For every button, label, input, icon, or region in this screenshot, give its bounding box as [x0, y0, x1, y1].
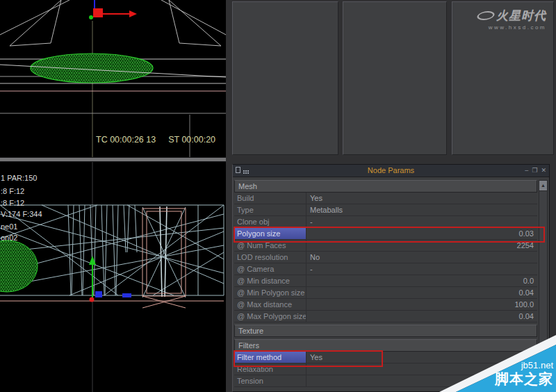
param-value[interactable]: 0.04	[306, 287, 537, 298]
param-row-tension[interactable]: Tension	[234, 375, 537, 387]
param-label[interactable]: @ Camera	[234, 263, 306, 275]
param-row-filter-method[interactable]: Filter methodYes	[234, 352, 537, 364]
param-value[interactable]: -	[306, 263, 537, 275]
minimize-icon[interactable]: –	[525, 165, 528, 177]
hxsd-logo-swoosh-icon	[475, 11, 497, 20]
param-row-type[interactable]: TypeMetaballs	[234, 204, 537, 216]
node-params-body: MeshBuildYesTypeMetaballsClone obj-Polyg…	[234, 180, 537, 390]
section-header-mesh[interactable]: Mesh	[234, 180, 537, 193]
viewport-bottom[interactable]: 1 PAR:150:8 F:12:8 F:12V:174 F:344ne01on…	[0, 162, 226, 392]
param-value[interactable]: -	[306, 216, 537, 227]
param-label[interactable]: @ Max Polygon size	[234, 311, 306, 322]
param-row-num-faces[interactable]: @ Num Faces2254	[234, 240, 537, 252]
viewport-top-wireframe	[0, 0, 226, 157]
pin-window-icon[interactable]	[236, 167, 240, 173]
param-value[interactable]: Yes	[306, 193, 537, 204]
section-header-filters[interactable]: Filters	[234, 339, 537, 352]
param-row-min-polygon-size[interactable]: @ Min Polygon size0.04	[234, 287, 537, 299]
viewport-bottom-wireframe	[0, 162, 226, 392]
param-label[interactable]: Clone obj	[234, 216, 306, 227]
param-label[interactable]: Polygon size	[234, 228, 306, 239]
param-value[interactable]	[306, 375, 537, 386]
viewport-stat-line: 1 PAR:150	[1, 174, 37, 182]
param-row-build[interactable]: BuildYes	[234, 193, 537, 204]
param-label[interactable]: @ Min Polygon size	[234, 287, 306, 298]
param-label[interactable]: @ Num Faces	[234, 240, 306, 251]
node-params-panel: Node Params – ❐ ✕ MeshBuildYesTypeMetaba…	[232, 164, 550, 392]
param-label[interactable]: Filter method	[234, 352, 306, 363]
param-label[interactable]: @ Max distance	[234, 299, 306, 310]
param-value[interactable]: 100.0	[306, 299, 537, 310]
hxsd-logo-url: www.hxsd.com	[477, 24, 546, 31]
right-panel-region: 火星时代 www.hxsd.com Node Params – ❐ ✕ Mesh…	[226, 0, 556, 392]
param-row-relaxation[interactable]: Relaxation	[234, 364, 537, 375]
param-row-camera[interactable]: @ Camera-	[234, 263, 537, 275]
scroll-up-arrow-icon[interactable]: ▲	[539, 181, 547, 191]
param-row-lod-resolution[interactable]: LOD resolutionNo	[234, 252, 537, 263]
param-label[interactable]: Build	[234, 193, 306, 204]
param-value[interactable]: 2254	[306, 240, 537, 251]
timecode-display: TC 00:00:26 13ST 00:00:20	[96, 135, 215, 145]
param-value[interactable]: Metaballs	[306, 204, 537, 215]
empty-panel-3: 火星时代 www.hxsd.com	[452, 1, 554, 155]
viewport-stat-line: :8 F:12	[1, 187, 24, 195]
param-value[interactable]: 0.0	[306, 275, 537, 286]
viewport-splitter-horizontal[interactable]	[0, 157, 226, 162]
hxsd-watermark: 火星时代 www.hxsd.com	[477, 8, 546, 31]
restore-icon[interactable]: ❐	[532, 165, 537, 177]
close-icon[interactable]: ✕	[541, 165, 546, 177]
viewport-stat-line: :8 F:12	[1, 199, 24, 207]
transform-gizmo	[89, 0, 137, 19]
param-value[interactable]: 0.04	[306, 311, 537, 322]
viewport-stat-line: on02	[1, 234, 17, 242]
hxsd-logo-text: 火星时代	[496, 8, 546, 24]
param-row-min-distance[interactable]: @ Min distance0.0	[234, 275, 537, 287]
param-row-clone-obj[interactable]: Clone obj-	[234, 216, 537, 228]
timecode-tc: TC 00:00:26 13	[96, 135, 156, 145]
scrollbar[interactable]: ▲	[539, 180, 548, 390]
viewport-stat-line: V:174 F:344	[1, 210, 42, 218]
node-params-titlebar[interactable]: Node Params – ❐ ✕	[233, 165, 549, 177]
param-value[interactable]: No	[306, 252, 537, 263]
param-label[interactable]: Tension	[234, 375, 306, 386]
param-label[interactable]: LOD resolution	[234, 252, 306, 263]
dock-grid-icon[interactable]	[243, 170, 245, 172]
param-value[interactable]: Yes	[306, 352, 537, 363]
param-label[interactable]: Type	[234, 204, 306, 215]
param-value[interactable]	[306, 364, 537, 375]
param-label[interactable]: Relaxation	[234, 364, 306, 375]
param-row-max-polygon-size[interactable]: @ Max Polygon size0.04	[234, 311, 537, 322]
panel-title: Node Params	[233, 165, 549, 177]
viewport-top[interactable]: TC 00:00:26 13ST 00:00:20	[0, 0, 226, 157]
timecode-st: ST 00:00:20	[168, 135, 215, 145]
section-header-texture[interactable]: Texture	[234, 325, 537, 337]
empty-panel-2	[343, 1, 447, 155]
viewport-stat-line: ne01	[1, 222, 17, 231]
param-row-polygon-size[interactable]: Polygon size0.03	[234, 228, 537, 240]
param-value[interactable]: 0.03	[306, 228, 537, 239]
param-row-max-distance[interactable]: @ Max distance100.0	[234, 299, 537, 311]
empty-panel-1	[232, 1, 338, 155]
param-label[interactable]: @ Min distance	[234, 275, 306, 286]
